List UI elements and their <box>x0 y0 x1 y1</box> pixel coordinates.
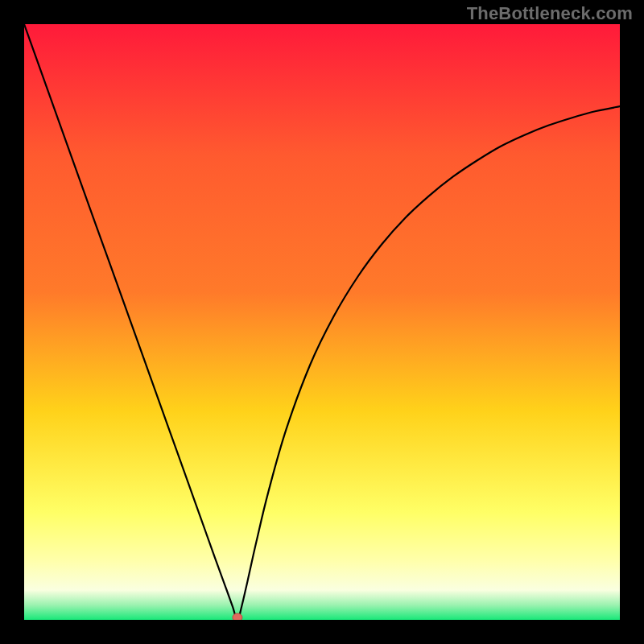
chart-plot <box>24 24 620 620</box>
chart-frame: TheBottleneck.com <box>0 0 644 644</box>
gradient-background <box>24 24 620 620</box>
minimum-marker <box>233 613 242 620</box>
watermark-text: TheBottleneck.com <box>0 3 644 24</box>
